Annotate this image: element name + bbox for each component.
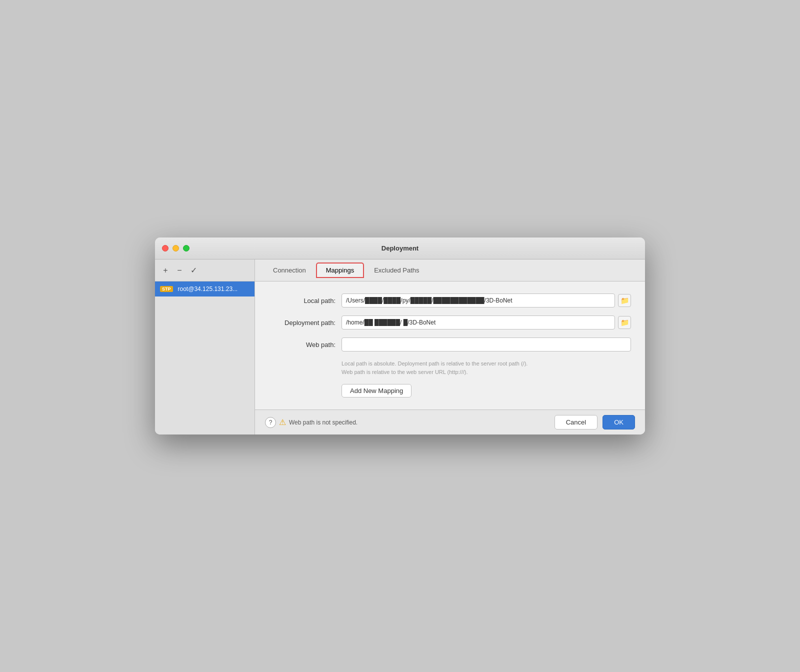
footer-buttons: Cancel OK bbox=[554, 415, 635, 430]
hint-line-2: Web path is relative to the web server U… bbox=[342, 368, 631, 376]
warning-icon: ⚠ bbox=[279, 418, 286, 427]
deployment-window: Deployment + − ✓ STP root@34.125.131.23.… bbox=[155, 238, 645, 434]
footer: ? ⚠ Web path is not specified. Cancel OK bbox=[255, 410, 645, 434]
web-path-label: Web path: bbox=[269, 341, 342, 348]
tab-mappings[interactable]: Mappings bbox=[316, 262, 364, 278]
main-content: Connection Mappings Excluded Paths Local… bbox=[255, 260, 645, 434]
stp-badge: STP bbox=[160, 286, 173, 292]
footer-left: ? ⚠ Web path is not specified. bbox=[265, 417, 358, 428]
deployment-path-field-wrapper: 📁 bbox=[342, 316, 631, 330]
sidebar-toolbar: + − ✓ bbox=[155, 260, 254, 282]
add-new-mapping-button[interactable]: Add New Mapping bbox=[342, 384, 412, 398]
web-path-row: Web path: bbox=[269, 338, 631, 352]
cancel-button[interactable]: Cancel bbox=[554, 415, 598, 430]
ok-button[interactable]: OK bbox=[602, 415, 635, 430]
local-path-label: Local path: bbox=[269, 297, 342, 304]
tab-connection[interactable]: Connection bbox=[263, 262, 316, 278]
tab-excluded-paths[interactable]: Excluded Paths bbox=[364, 262, 429, 278]
folder-icon: 📁 bbox=[620, 296, 629, 304]
window-title: Deployment bbox=[382, 244, 418, 252]
help-button[interactable]: ? bbox=[265, 417, 276, 428]
local-path-field-wrapper: 📁 bbox=[342, 294, 631, 308]
deployment-path-browse-button[interactable]: 📁 bbox=[618, 316, 631, 329]
hint-line-1: Local path is absolute. Deployment path … bbox=[342, 360, 631, 368]
web-path-input[interactable] bbox=[342, 338, 631, 352]
titlebar: Deployment bbox=[155, 238, 645, 260]
tab-bar: Connection Mappings Excluded Paths bbox=[255, 260, 645, 282]
add-server-button[interactable]: + bbox=[160, 265, 171, 276]
remove-server-button[interactable]: − bbox=[174, 265, 185, 276]
web-path-field-wrapper bbox=[342, 338, 631, 352]
server-item-label: root@34.125.131.23... bbox=[178, 286, 238, 292]
window-controls bbox=[162, 245, 190, 252]
confirm-button[interactable]: ✓ bbox=[188, 265, 199, 276]
sidebar: + − ✓ STP root@34.125.131.23... bbox=[155, 260, 255, 434]
deployment-path-row: Deployment path: 📁 bbox=[269, 316, 631, 330]
hint-text: Local path is absolute. Deployment path … bbox=[342, 360, 631, 376]
local-path-row: Local path: 📁 bbox=[269, 294, 631, 308]
maximize-button[interactable] bbox=[183, 245, 190, 252]
window-body: + − ✓ STP root@34.125.131.23... Connecti… bbox=[155, 260, 645, 434]
footer-warning-text: Web path is not specified. bbox=[289, 419, 358, 426]
local-path-browse-button[interactable]: 📁 bbox=[618, 294, 631, 307]
close-button[interactable] bbox=[162, 245, 168, 252]
folder-icon: 📁 bbox=[620, 318, 629, 326]
deployment-path-input[interactable] bbox=[342, 316, 615, 330]
minimize-button[interactable] bbox=[172, 245, 179, 252]
form-area: Local path: 📁 Deployment path: 📁 bbox=[255, 282, 645, 410]
local-path-input[interactable] bbox=[342, 294, 615, 308]
deployment-path-label: Deployment path: bbox=[269, 319, 342, 326]
server-item[interactable]: STP root@34.125.131.23... bbox=[155, 282, 254, 296]
